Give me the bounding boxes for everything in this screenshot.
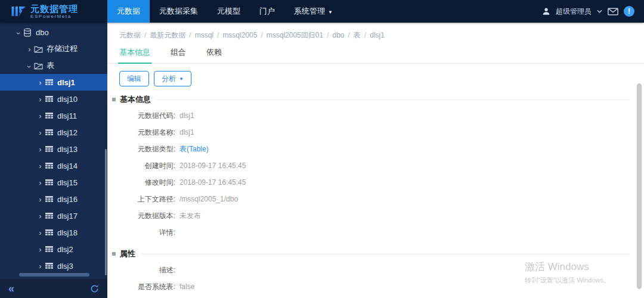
tab-基本信息[interactable]: 基本信息 [119,47,150,63]
table-icon [45,112,57,120]
table-icon [45,212,57,220]
tab-组合[interactable]: 组合 [171,47,186,63]
nav-item-系统管理[interactable]: 系统管理▼ [284,0,342,23]
tree-item-dlsj18[interactable]: ›dlsj18 [0,224,107,241]
caret-down-icon: ▼ [179,76,184,82]
breadcrumb-item-mssql2005[interactable]: mssql2005 [222,31,257,39]
content-vertical-scrollbar[interactable] [637,83,642,289]
chevron-collapsed-icon[interactable]: › [36,245,45,254]
tree-item-dlsj2[interactable]: ›dlsj2 [0,241,107,257]
breadcrumb-separator: / [348,31,350,39]
chevron-collapsed-icon[interactable]: › [36,162,45,170]
breadcrumb-item-mssql2005回归01[interactable]: mssql2005回归01 [267,31,323,39]
user-area: 超级管理员 ! [542,0,644,23]
field-row: 详情: [107,224,644,241]
tree-item-dlsj12[interactable]: ›dlsj12 [0,124,107,141]
sidebar-horizontal-scrollbar[interactable] [19,273,89,277]
section-title: 基本信息 [120,94,151,105]
watermark-title: 激活 Windows [525,260,610,274]
chevron-expanded-icon[interactable]: › [14,29,23,38]
breadcrumb-item-表[interactable]: 表 [354,31,361,39]
tree-item-label: dlsj18 [57,228,78,237]
tree-item-表[interactable]: ›表 [0,57,107,74]
table-icon [45,179,57,187]
nav-item-门户[interactable]: 门户 [250,0,284,23]
breadcrumb-item-最新元数据[interactable]: 最新元数据 [150,31,185,39]
tree-item-dlsj10[interactable]: ›dlsj10 [0,91,107,107]
breadcrumb-item-元数据[interactable]: 元数据 [119,31,141,39]
tree-item-label: 存储过程 [47,44,78,54]
tree-item-dlsj13[interactable]: ›dlsj13 [0,141,107,157]
field-label: 创建时间: [107,161,175,171]
refresh-icon[interactable] [90,284,99,293]
breadcrumb-separator: / [261,31,262,39]
user-name[interactable]: 超级管理员 [556,7,592,17]
breadcrumb-item-mssql[interactable]: mssql [195,31,213,39]
field-row: 是否临时表:false [107,295,644,298]
chevron-collapsed-icon[interactable]: › [36,145,45,154]
chevron-collapsed-icon[interactable]: › [36,111,45,120]
top-nav: 元数据元数据采集元模型门户系统管理▼ [107,0,342,23]
section-divider [141,254,630,254]
field-value: 未发布 [179,211,201,221]
tree-item-dlsj16[interactable]: ›dlsj16 [0,191,107,207]
tree-item-dlsj11[interactable]: ›dlsj11 [0,107,107,124]
windows-activation-watermark: 激活 Windows 转到“设置”以激活 Windows。 [525,260,610,285]
metadata-tree: ›dbo›存储过程›表›dlsj1›dlsj10›dlsj11›dlsj12›d… [0,23,107,274]
chevron-collapsed-icon[interactable]: › [36,128,45,137]
chevron-down-icon[interactable] [597,10,602,13]
nav-item-元数据采集[interactable]: 元数据采集 [150,0,208,23]
field-value: 2018-09-17 16:45:45 [179,162,246,170]
chevron-collapsed-icon[interactable]: › [36,212,45,221]
analyze-button[interactable]: 分析 ▼ [154,71,191,86]
sidebar-footer: « [0,279,107,298]
field-label: 详情: [107,228,175,238]
breadcrumb-item-dbo[interactable]: dbo [332,31,344,39]
user-icon [542,7,550,15]
table-icon [45,95,57,103]
tab-bar: 基本信息组合依赖 [107,47,644,64]
sidebar-vertical-scrollbar[interactable] [105,149,107,275]
tree-item-dlsj17[interactable]: ›dlsj17 [0,207,107,224]
nav-item-元数据[interactable]: 元数据 [107,0,150,23]
field-label: 元数据代码: [107,111,175,121]
main-content: 元数据/最新元数据/mssql/mssql2005/mssql2005回归01/… [107,23,644,298]
field-value-link[interactable]: 表(Table) [179,144,209,154]
chevron-collapsed-icon[interactable]: › [36,262,45,271]
table-icon [45,195,57,203]
breadcrumb-item-dlsj1[interactable]: dlsj1 [370,31,385,39]
field-row: 创建时间:2018-09-17 16:45:45 [107,157,644,174]
tree-item-dlsj14[interactable]: ›dlsj14 [0,157,107,174]
analyze-button-label: 分析 [162,74,176,84]
tree-item-label: dlsj13 [57,145,78,154]
notification-icon[interactable]: ! [624,6,634,17]
chevron-collapsed-icon[interactable]: › [36,178,45,187]
collapse-sidebar-icon[interactable]: « [8,283,14,294]
field-label: 元数据类型: [107,144,175,154]
field-row: 元数据名称:dlsj1 [107,124,644,141]
section-bullet-icon [112,252,116,256]
table-icon [45,262,57,270]
tab-依赖[interactable]: 依赖 [206,47,222,63]
chevron-collapsed-icon[interactable]: › [36,78,45,87]
mail-icon[interactable] [608,8,618,15]
tree-item-dlsj1[interactable]: ›dlsj1 [0,74,107,91]
chevron-collapsed-icon[interactable]: › [36,195,45,204]
tree-item-dlsj3[interactable]: ›dlsj3 [0,257,107,274]
edit-button[interactable]: 编辑 [119,71,149,86]
tree-item-存储过程[interactable]: ›存储过程 [0,41,107,57]
chevron-collapsed-icon[interactable]: › [36,228,45,237]
chevron-collapsed-icon[interactable]: › [36,95,45,104]
tree-item-dlsj15[interactable]: ›dlsj15 [0,174,107,191]
field-value: dlsj1 [179,111,194,120]
brand-logo-icon [10,4,26,18]
tree-item-dbo[interactable]: ›dbo [0,24,107,41]
field-row: 元数据类型:表(Table) [107,141,644,157]
app-root: 元数据管理 ESPowerMeta 元数据元数据采集元模型门户系统管理▼ 超级管… [0,0,644,298]
chevron-expanded-icon[interactable]: › [25,62,34,71]
table-icon [45,145,57,153]
breadcrumb-separator: / [327,31,329,39]
chevron-collapsed-icon[interactable]: › [25,45,34,54]
field-value: 2018-09-17 16:45:45 [179,178,246,187]
nav-item-元模型[interactable]: 元模型 [208,0,250,23]
